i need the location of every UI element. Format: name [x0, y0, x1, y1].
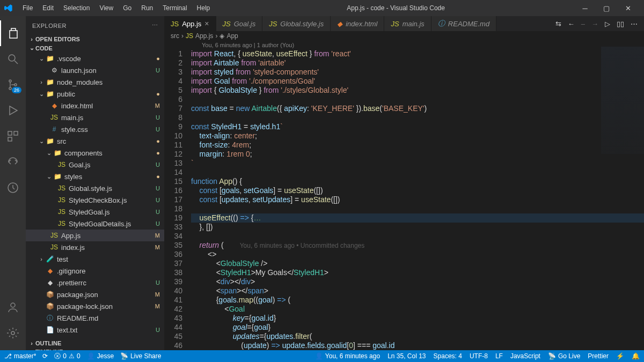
status-spaces[interactable]: Spaces: 4: [434, 352, 462, 360]
close-icon[interactable]: ×: [204, 19, 209, 28]
go-dash-icon[interactable]: –: [581, 20, 585, 28]
svg-rect-6: [8, 137, 12, 141]
tab-main-js[interactable]: JSmain.js: [384, 16, 431, 31]
folder-test[interactable]: ›🧪test: [26, 253, 164, 265]
more-icon[interactable]: ⋯: [631, 20, 638, 28]
section-timeline[interactable]: ›TIMELINE: [26, 348, 164, 350]
file-app-js[interactable]: JSApp.jsM: [26, 230, 164, 241]
menu-terminal[interactable]: Terminal: [158, 2, 191, 14]
status-gitlens[interactable]: 👤 You, 6 minutes ago: [315, 352, 380, 360]
minimize-button[interactable]: ─: [577, 4, 592, 12]
go-forward-icon[interactable]: →: [591, 20, 598, 28]
activity-remote[interactable]: [0, 149, 26, 175]
menu-file[interactable]: File: [18, 2, 37, 14]
tree-label: test: [57, 255, 68, 263]
folder-public[interactable]: ⌄📁public●: [26, 88, 164, 100]
activity-extensions[interactable]: [0, 123, 26, 149]
file-package-json[interactable]: 📦package.jsonM: [26, 289, 164, 300]
main-area: 26 EXPLORER ⋯ ›OPEN EDITORS ⌄CODE ⌄📁.vsc…: [0, 16, 644, 350]
file-global-style[interactable]: JSGlobal.style.jsU: [26, 182, 164, 194]
menu-selection[interactable]: Selection: [59, 2, 94, 14]
split-icon[interactable]: ▯▯: [617, 20, 624, 28]
svg-rect-4: [8, 131, 12, 135]
section-label: OPEN EDITORS: [35, 36, 80, 42]
status-liveshare[interactable]: 📡 Live Share: [120, 352, 161, 360]
file-package-lock[interactable]: 📦package-lock.jsonM: [26, 300, 164, 312]
file-style-css[interactable]: #style.cssU: [26, 123, 164, 135]
activity-search[interactable]: [0, 46, 26, 72]
tab-label: README.md: [448, 20, 489, 28]
file-styled-checkbox[interactable]: JSStyledCheckBox.jsU: [26, 194, 164, 206]
status-user[interactable]: 👤 Jesse: [87, 352, 114, 360]
status-feedback-icon[interactable]: ⚡: [616, 352, 624, 360]
file-prettierrc[interactable]: ◆.prettierrcU: [26, 277, 164, 289]
menu-view[interactable]: View: [95, 2, 118, 14]
status-lang[interactable]: JavaScript: [510, 352, 540, 360]
activity-scm[interactable]: 26: [0, 72, 26, 98]
tab-goal-js[interactable]: JSGoal.js: [216, 16, 263, 31]
status-position[interactable]: Ln 35, Col 13: [387, 352, 426, 360]
tree-label: .gitignore: [57, 267, 85, 275]
folder-components[interactable]: ⌄📁components●: [26, 147, 164, 159]
file-styled-goal[interactable]: JSStyledGoal.jsU: [26, 206, 164, 218]
menu-run[interactable]: Run: [137, 2, 157, 14]
breadcrumb[interactable]: src› JSApp.js› ◈App: [164, 31, 644, 41]
tab-global-style[interactable]: JSGlobal.style.js: [262, 16, 331, 31]
folder-styles[interactable]: ⌄📁styles●: [26, 171, 164, 182]
file-text-txt[interactable]: 📄text.txtU: [26, 324, 164, 336]
tree-label: .prettierrc: [57, 279, 86, 287]
file-index-js[interactable]: JSindex.jsM: [26, 241, 164, 253]
file-launch[interactable]: ⚙launch.jsonU: [26, 64, 164, 76]
file-index-html[interactable]: ◆index.htmlM: [26, 100, 164, 112]
section-label: CODE: [35, 45, 53, 51]
menu-edit[interactable]: Edit: [38, 2, 58, 14]
menu-go[interactable]: Go: [119, 2, 136, 14]
section-workspace[interactable]: ⌄CODE: [26, 43, 164, 53]
run-icon[interactable]: ▷: [605, 20, 610, 28]
sidebar-more-icon[interactable]: ⋯: [152, 22, 158, 29]
status-bell-icon[interactable]: 🔔: [632, 352, 640, 360]
file-styled-goal-details[interactable]: JSStyledGoalDetails.jsU: [26, 218, 164, 230]
folder-node-modules[interactable]: ›📁node_modules: [26, 76, 164, 88]
tab-readme[interactable]: ⓘREADME.md: [431, 16, 496, 31]
line-numbers: 1234567891011121314151617181933343536373…: [164, 49, 191, 350]
folder-vscode[interactable]: ⌄📁.vscode●: [26, 53, 164, 64]
file-readme[interactable]: ⓘREADME.md: [26, 312, 164, 324]
code-content[interactable]: import React, { useState, useEffect } fr…: [191, 49, 644, 350]
close-button[interactable]: ✕: [620, 4, 635, 12]
breadcrumb-item[interactable]: App: [226, 32, 238, 40]
tab-app-js[interactable]: JSApp.js×: [164, 16, 216, 31]
tab-index-html[interactable]: ◆index.html: [331, 16, 384, 31]
status-branch[interactable]: ⎇ master*: [4, 352, 36, 360]
tree-label: launch.json: [61, 67, 97, 75]
activity-settings[interactable]: [0, 320, 26, 346]
activity-gitlens[interactable]: [0, 175, 26, 201]
svg-point-2: [9, 87, 11, 90]
file-main-js[interactable]: JSmain.jsU: [26, 112, 164, 123]
breadcrumb-item[interactable]: App.js: [195, 32, 213, 40]
code-editor[interactable]: 1234567891011121314151617181933343536373…: [164, 49, 644, 350]
menu-help[interactable]: Help: [193, 2, 215, 14]
section-open-editors[interactable]: ›OPEN EDITORS: [26, 35, 164, 43]
status-prettier[interactable]: Prettier: [588, 352, 609, 360]
go-back-icon[interactable]: ←: [568, 20, 575, 28]
status-eol[interactable]: LF: [495, 352, 503, 360]
tab-label: App.js: [182, 20, 201, 28]
status-golive[interactable]: 📡 Go Live: [548, 352, 580, 360]
activity-explorer[interactable]: [0, 20, 26, 46]
file-goal-js[interactable]: JSGoal.jsU: [26, 159, 164, 171]
folder-src[interactable]: ⌄📁src●: [26, 135, 164, 147]
maximize-button[interactable]: ▢: [599, 4, 614, 12]
activity-debug[interactable]: [0, 98, 26, 123]
section-outline[interactable]: ›OUTLINE: [26, 339, 164, 348]
tree-label: index.html: [61, 102, 93, 110]
status-encoding[interactable]: UTF-8: [470, 352, 488, 360]
status-sync[interactable]: ⟳: [42, 352, 48, 360]
minimap[interactable]: [601, 47, 644, 154]
compare-icon[interactable]: ⇆: [555, 20, 561, 28]
file-gitignore[interactable]: ◆.gitignore: [26, 265, 164, 277]
status-errors[interactable]: ⓧ 0 ⚠ 0: [54, 352, 80, 361]
svg-point-9: [11, 331, 14, 335]
activity-account[interactable]: [0, 294, 26, 320]
breadcrumb-item[interactable]: src: [171, 32, 179, 40]
